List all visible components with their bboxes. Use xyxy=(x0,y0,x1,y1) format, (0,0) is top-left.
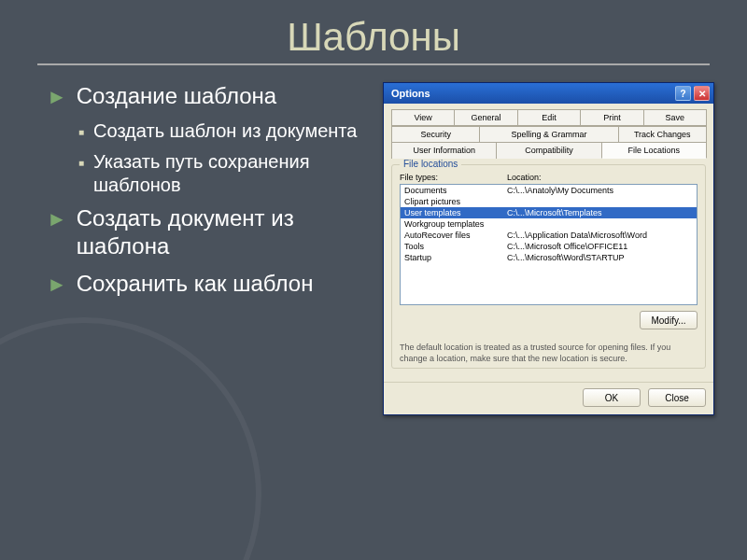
list-item[interactable]: DocumentsC:\...\Anatoly\My Documents xyxy=(401,185,697,196)
title-divider xyxy=(37,63,710,65)
tab-save[interactable]: Save xyxy=(643,109,707,126)
tab-track-changes[interactable]: Track Changes xyxy=(618,126,707,142)
list-item[interactable]: Clipart pictures xyxy=(401,196,697,207)
file-locations-group: File locations File types: Location: Doc… xyxy=(391,164,706,369)
close-footer-button[interactable]: Close xyxy=(648,388,706,407)
tab-general[interactable]: General xyxy=(454,109,517,126)
ok-button[interactable]: OK xyxy=(583,388,641,407)
sub-bullet-item: ■ Создать шаблон из документа xyxy=(78,119,374,143)
list-item[interactable]: AutoRecover filesC:\...\Application Data… xyxy=(401,230,697,241)
tab-file-locations[interactable]: File Locations xyxy=(601,142,707,159)
bullet-item: ► Создание шаблона xyxy=(47,82,374,110)
tab-print[interactable]: Print xyxy=(580,109,643,126)
arrow-icon: ► xyxy=(47,272,67,298)
tab-compatibility[interactable]: Compatibility xyxy=(496,142,601,159)
column-header-types: File types: xyxy=(400,173,507,182)
tab-security[interactable]: Security xyxy=(391,126,480,142)
bullet-item: ► Создать документ из шаблона xyxy=(47,204,374,260)
list-item[interactable]: StartupC:\...\Microsoft\Word\STARTUP xyxy=(401,252,697,263)
list-item[interactable]: ToolsC:\...\Microsoft Office\OFFICE11 xyxy=(401,241,697,252)
tab-strip: View General Edit Print Save Security Sp… xyxy=(391,109,706,159)
tab-edit[interactable]: Edit xyxy=(517,109,581,126)
square-icon: ■ xyxy=(78,127,84,139)
list-item[interactable]: User templatesC:\...\Microsoft\Templates xyxy=(401,207,697,218)
sub-bullet-item: ■ Указать путь сохранения шаблонов xyxy=(78,150,374,197)
bullet-text: Создать документ из шаблона xyxy=(77,204,374,260)
column-header-location: Location: xyxy=(507,173,542,182)
modify-button[interactable]: Modify... xyxy=(640,311,698,329)
bullet-text: Указать путь сохранения шаблонов xyxy=(93,150,374,197)
options-dialog: Options ? ✕ View General Edit Print Save… xyxy=(383,82,714,415)
help-text: The default location is treated as a tru… xyxy=(400,343,698,364)
bullet-text: Создать шаблон из документа xyxy=(93,119,357,143)
arrow-icon: ► xyxy=(47,84,67,110)
tab-spelling-grammar[interactable]: Spelling & Grammar xyxy=(479,126,618,142)
group-label: File locations xyxy=(400,159,461,169)
tab-view[interactable]: View xyxy=(391,109,455,126)
bullet-text: Сохранить как шаблон xyxy=(77,270,314,298)
bullet-list: ► Создание шаблона ■ Создать шаблон из д… xyxy=(47,82,374,415)
bullet-item: ► Сохранить как шаблон xyxy=(47,270,374,298)
help-button[interactable]: ? xyxy=(675,86,691,101)
titlebar[interactable]: Options ? ✕ xyxy=(384,83,713,104)
square-icon: ■ xyxy=(78,158,84,170)
dialog-title: Options xyxy=(391,88,430,99)
slide-title: Шаблоны xyxy=(0,0,747,63)
bullet-text: Создание шаблона xyxy=(77,82,276,110)
file-types-list[interactable]: DocumentsC:\...\Anatoly\My Documents Cli… xyxy=(400,184,698,305)
arrow-icon: ► xyxy=(47,206,67,232)
tab-user-information[interactable]: User Information xyxy=(391,142,497,159)
list-item[interactable]: Workgroup templates xyxy=(401,218,697,230)
close-button[interactable]: ✕ xyxy=(694,86,710,101)
